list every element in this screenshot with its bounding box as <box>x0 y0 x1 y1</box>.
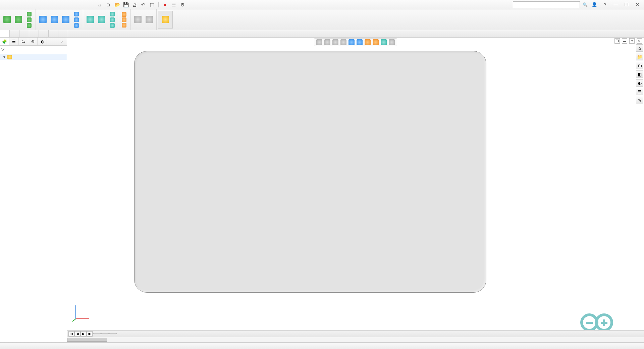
gfx-minimize-icon[interactable]: — <box>622 38 627 44</box>
home-icon[interactable]: ⌂ <box>97 2 103 8</box>
extrude-boss-button[interactable] <box>2 15 12 24</box>
sweep-button[interactable] <box>26 11 34 17</box>
tab-evaluate[interactable] <box>29 30 39 37</box>
options-icon[interactable]: ☰ <box>171 2 177 8</box>
gfx-maximize-icon[interactable]: □ <box>629 38 635 44</box>
tree-root[interactable]: ▾ <box>0 54 67 60</box>
revolve-boss-button[interactable] <box>13 15 23 24</box>
curves-button[interactable] <box>144 15 154 24</box>
mirror-button[interactable] <box>121 22 128 28</box>
fm-tab-dim-icon[interactable]: ⊕ <box>28 38 38 45</box>
model-tab-model[interactable] <box>93 333 101 334</box>
save-icon[interactable]: 💾 <box>123 2 129 8</box>
taskpane-file-explorer-icon[interactable]: 🗀 <box>636 62 643 69</box>
menu-view[interactable] <box>59 4 63 5</box>
tab-mbd[interactable] <box>58 30 68 37</box>
close-icon[interactable]: ✕ <box>633 1 641 8</box>
extrude-cut-button[interactable] <box>38 15 48 24</box>
settings-icon[interactable]: ⚙ <box>179 2 185 8</box>
wrap-button[interactable] <box>121 12 128 17</box>
taskpane-custom-props-icon[interactable]: ☰ <box>636 88 643 95</box>
model-tabs: ⏮ ◀ ▶ ⏭ <box>67 330 644 337</box>
taskpane-view-palette-icon[interactable]: ◧ <box>636 70 643 78</box>
gfx-close-icon[interactable]: ✕ <box>637 38 642 44</box>
reference-geom-button[interactable] <box>133 15 143 24</box>
tab-next-icon[interactable]: ▶ <box>80 331 87 337</box>
loft-button[interactable] <box>26 17 34 22</box>
collapse-icon[interactable]: ▾ <box>3 55 6 59</box>
display-style-icon[interactable] <box>357 39 363 45</box>
taskpane-design-lib-icon[interactable]: 📁 <box>636 53 643 60</box>
gfx-restore-icon[interactable]: ❐ <box>614 38 620 44</box>
tab-addins[interactable] <box>49 30 58 37</box>
taskpane-appearance-icon[interactable]: ◐ <box>636 79 643 87</box>
tab-surface[interactable] <box>19 30 29 37</box>
tab-first-icon[interactable]: ⏮ <box>68 331 74 337</box>
ribbon-group-fillet <box>83 9 119 30</box>
loft-cut-button[interactable] <box>73 17 81 22</box>
boundary-button[interactable] <box>26 23 34 28</box>
fm-tab-expand-icon[interactable]: › <box>57 38 67 45</box>
sweep-icon <box>27 12 32 16</box>
fillet-button[interactable] <box>85 15 95 24</box>
menu-help[interactable] <box>80 4 85 5</box>
restore-icon[interactable]: ❐ <box>623 1 631 8</box>
prev-view-icon[interactable] <box>332 39 338 45</box>
fm-tab-property-icon[interactable]: ☰ <box>9 38 19 45</box>
select-icon[interactable]: ⬚ <box>149 2 155 8</box>
tab-dimxpert[interactable] <box>39 30 49 37</box>
instant3d-button[interactable] <box>160 15 170 24</box>
horizontal-scrollbar[interactable] <box>67 337 644 342</box>
shell-button[interactable] <box>109 23 117 28</box>
orientation-triad[interactable] <box>72 302 93 322</box>
draft-button[interactable] <box>109 17 117 22</box>
boundary-cut-button[interactable] <box>73 23 81 28</box>
search-icon[interactable]: 🔍 <box>583 2 588 7</box>
menu-file[interactable] <box>48 4 52 5</box>
view-settings-icon[interactable] <box>389 39 395 45</box>
model-tab-3dview[interactable] <box>101 333 109 334</box>
scene-icon[interactable] <box>381 39 387 45</box>
tab-features[interactable] <box>0 30 10 37</box>
revolve-cut-button[interactable] <box>61 15 71 24</box>
minimize-icon[interactable]: — <box>612 1 620 8</box>
menu-window[interactable] <box>75 4 79 5</box>
taskpane-home-icon[interactable]: ⌂ <box>636 44 643 52</box>
zoom-fit-icon[interactable] <box>316 39 322 45</box>
user-icon[interactable]: 👤 <box>590 1 598 8</box>
zoom-area-icon[interactable] <box>324 39 330 45</box>
sweep-cut-button[interactable] <box>73 11 81 17</box>
model-tab-motion[interactable] <box>109 333 117 334</box>
appearance-icon[interactable] <box>373 39 379 45</box>
taskpane-forum-icon[interactable]: ✎ <box>636 97 643 104</box>
search-input[interactable] <box>513 1 580 8</box>
rebuild-icon[interactable]: ● <box>162 2 168 8</box>
tab-sketch[interactable] <box>10 30 19 37</box>
menu-pin-icon[interactable] <box>86 4 90 5</box>
fm-tab-config-icon[interactable]: 🗂 <box>19 38 28 45</box>
open-icon[interactable]: 📂 <box>114 2 120 8</box>
scrollbar-thumb[interactable] <box>67 338 107 342</box>
linear-pattern-button[interactable] <box>97 15 107 24</box>
help-icon[interactable]: ? <box>601 1 609 8</box>
menu-insert[interactable] <box>64 4 68 5</box>
print-icon[interactable]: 🖨 <box>131 2 138 8</box>
fm-tab-display-icon[interactable]: ◐ <box>38 38 47 45</box>
hide-show-icon[interactable] <box>365 39 371 45</box>
graphics-area[interactable]: ❐ — □ ✕ ⌂ 📁 🗀 ◧ ◐ ☰ ✎ <box>67 38 644 342</box>
hole-wizard-button[interactable] <box>49 15 59 24</box>
tab-last-icon[interactable]: ⏭ <box>87 331 93 337</box>
fm-tab-tree-icon[interactable]: 🧩 <box>0 38 9 45</box>
undo-icon[interactable]: ↶ <box>140 2 146 8</box>
menu-edit[interactable] <box>54 4 58 5</box>
tree-filter[interactable]: ▽ <box>0 46 67 53</box>
instant3d-icon <box>162 16 169 23</box>
section-icon[interactable] <box>340 39 346 45</box>
feature-tree[interactable]: ▾ <box>0 53 67 342</box>
menu-tools[interactable] <box>70 4 74 5</box>
new-icon[interactable]: 🗋 <box>105 2 111 8</box>
intersect-button[interactable] <box>121 17 128 22</box>
tab-prev-icon[interactable]: ◀ <box>74 331 80 337</box>
rib-button[interactable] <box>109 11 117 17</box>
view-orient-icon[interactable] <box>348 39 355 45</box>
